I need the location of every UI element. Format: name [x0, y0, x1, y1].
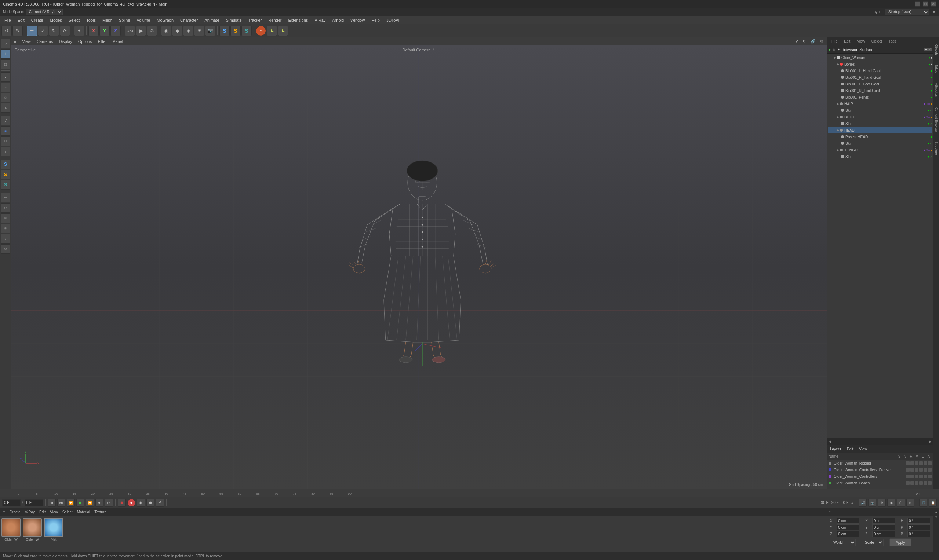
node-space-select[interactable]: Current (V-Ray) — [26, 9, 63, 15]
bm-view[interactable]: View — [48, 509, 59, 515]
btn-play-forward[interactable]: ⏩ — [86, 499, 94, 507]
sidebar-select[interactable]: ↗ — [1, 39, 10, 48]
tree-item-head[interactable]: ▶ HEAD ⋯ — [828, 127, 933, 134]
ss-icon-2[interactable]: ✓ — [928, 48, 932, 51]
vert-tab-objects[interactable]: Objects — [934, 39, 939, 61]
menu-render[interactable]: Render — [265, 17, 284, 23]
close-button[interactable]: ✕ — [931, 2, 936, 6]
vp-menu-cameras[interactable]: Cameras — [35, 38, 55, 45]
vp-fullscreen[interactable]: ⤢ — [794, 38, 800, 45]
sidebar-edges[interactable]: ━ — [1, 83, 10, 92]
menu-character[interactable]: Character — [177, 17, 201, 23]
lb-6[interactable] — [928, 481, 932, 485]
sidebar-move[interactable]: ✛ — [1, 49, 10, 58]
mat-thumb-3[interactable]: Mat — [44, 518, 63, 541]
sidebar-model[interactable]: ◉ — [1, 126, 10, 136]
vert-tab-takes[interactable]: Takes — [934, 62, 939, 76]
menu-mesh[interactable]: Mesh — [99, 17, 115, 23]
scale-select[interactable]: Scale — [862, 539, 883, 546]
sidebar-spline[interactable]: ╱ — [1, 116, 10, 125]
coord-z-val[interactable] — [837, 531, 859, 537]
bm-create[interactable]: Create — [8, 509, 22, 515]
lf-4[interactable] — [919, 468, 923, 472]
tool-undo[interactable]: ↺ — [2, 26, 12, 36]
bm-select[interactable]: Select — [61, 509, 74, 515]
tree-item-poses-head[interactable]: Poses: HEAD ● — [828, 134, 933, 140]
btn-play[interactable]: ▶ — [76, 499, 85, 507]
btn-t7[interactable]: 🎵 — [919, 499, 927, 507]
lc-1[interactable] — [906, 475, 910, 478]
sidebar-snap[interactable]: ⊞ — [1, 214, 10, 223]
menu-window[interactable]: Window — [347, 17, 368, 23]
menu-3dtoall[interactable]: 3DToAll — [384, 17, 403, 23]
tree-item-hair[interactable]: ▶ HAIR ■ □ ◈ ● — [828, 100, 933, 107]
tool-obj-mode[interactable]: OBJ — [125, 26, 135, 36]
sidebar-texture[interactable]: ⬡ — [1, 137, 10, 146]
layer-row-freeze[interactable]: Older_Woman_Controllers_Freeze — [827, 466, 933, 473]
tool-python[interactable]: 🐍 — [267, 26, 277, 36]
ss-expand-arrow[interactable]: ▶ — [828, 48, 831, 51]
tool-redo[interactable]: ↻ — [12, 26, 23, 36]
btn-prev-key[interactable]: ⏭ — [57, 499, 65, 507]
bm-material[interactable]: Material — [76, 509, 92, 515]
frame-input-2[interactable] — [25, 500, 43, 506]
sidebar-more[interactable]: ● — [1, 234, 10, 243]
coord-b-val[interactable] — [907, 531, 930, 537]
tool-move[interactable]: ✛ — [27, 26, 37, 36]
frame-arrow-up[interactable]: ▲ — [851, 501, 854, 505]
bm-hamburger[interactable]: ≡ — [2, 509, 6, 515]
apply-button[interactable]: Apply — [890, 538, 911, 546]
props-hamburger[interactable]: ≡ — [828, 510, 831, 514]
sidebar-obj[interactable]: ⊠ — [1, 224, 10, 233]
layers-tab-view[interactable]: View — [857, 446, 868, 452]
menu-volume[interactable]: Volume — [134, 17, 153, 23]
layers-tab-layers[interactable]: Layers — [828, 446, 842, 452]
btn-record[interactable]: ⏺ — [118, 499, 126, 507]
vp-menu-hamburger[interactable]: ≡ — [12, 38, 18, 45]
tree-item-bip-r-foot[interactable]: Bip001_R_Foot.Goal ● — [828, 87, 933, 94]
vert-tab-attributes[interactable]: Attributes — [934, 77, 939, 103]
vp-menu-options[interactable]: Options — [77, 38, 94, 45]
menu-create[interactable]: Create — [28, 17, 46, 23]
tool-scale[interactable]: ⤢ — [38, 26, 48, 36]
li-1[interactable] — [906, 462, 910, 465]
menu-spline[interactable]: Spline — [116, 17, 133, 23]
sidebar-points[interactable]: ● — [1, 72, 10, 82]
li-4[interactable] — [919, 462, 923, 465]
menu-modes[interactable]: Modes — [47, 17, 65, 23]
btn-next-key[interactable]: ⏭ — [96, 499, 103, 507]
coord-h-val[interactable] — [907, 518, 930, 524]
btn-t5[interactable]: ⬡ — [897, 499, 905, 507]
vert-tab-structure[interactable]: Structure — [934, 137, 939, 159]
tree-item-bip-r-hand[interactable]: Bip001_R_Hand.Goal ● — [828, 74, 933, 81]
lc-5[interactable] — [924, 475, 927, 478]
menu-edit[interactable]: Edit — [15, 17, 28, 23]
tab-tags[interactable]: Tags — [886, 38, 899, 44]
btn-t1[interactable]: 🔊 — [859, 499, 867, 507]
vp-menu-filter[interactable]: Filter — [97, 38, 108, 45]
lc-3[interactable] — [915, 475, 919, 478]
tree-item-bones[interactable]: ▶ Bones ● ■ — [828, 61, 933, 68]
sidebar-box-select[interactable]: □ — [1, 59, 10, 69]
menu-tracker[interactable]: Tracker — [245, 17, 265, 23]
vert-tab-content-browser[interactable]: Content Browser — [934, 103, 939, 137]
ss-icon-1[interactable]: ■ — [924, 48, 928, 51]
mat-thumb-2[interactable]: Older_W — [23, 518, 42, 541]
vp-menu-panel[interactable]: Panel — [111, 38, 124, 45]
tool-python2[interactable]: 🐍 — [278, 26, 288, 36]
lf-1[interactable] — [906, 468, 910, 472]
coord-y-val[interactable] — [837, 525, 859, 530]
tool-cube[interactable]: ◉ — [161, 26, 171, 36]
sidebar-lasso[interactable]: ∞ — [1, 193, 10, 202]
lb-4[interactable] — [919, 481, 923, 485]
btn-t8[interactable]: 📋 — [929, 499, 937, 507]
tool-vray-s[interactable]: S — [219, 26, 230, 36]
btn-go-start[interactable]: ⏮ — [48, 499, 56, 507]
menu-vray[interactable]: V-Ray — [311, 17, 328, 23]
tool-settings[interactable]: ⚙ — [147, 26, 157, 36]
coord-y2-val[interactable] — [872, 525, 895, 530]
tree-item-body[interactable]: ▶ BODY ■ □ ◈ ● — [828, 114, 933, 120]
sidebar-s1[interactable]: S — [1, 160, 10, 169]
tool-render-s2[interactable]: S — [241, 26, 252, 36]
tool-rotate[interactable]: ↻ — [49, 26, 59, 36]
